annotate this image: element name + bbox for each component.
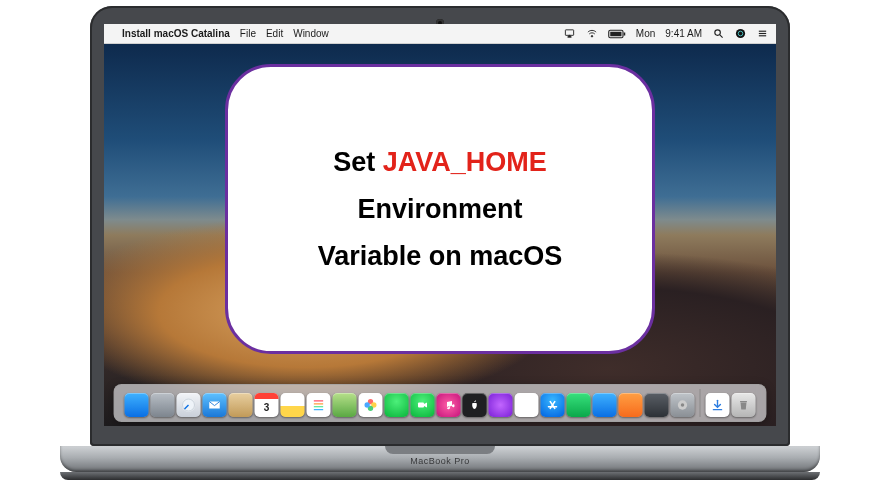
overlay-card: Set JAVA_HOME Environment Variable on ma…	[225, 64, 655, 354]
battery-icon[interactable]	[608, 29, 626, 39]
menubar-app-name[interactable]: Install macOS Catalina	[122, 28, 230, 39]
screen: Install macOS Catalina File Edit Window …	[104, 24, 776, 426]
menubar: Install macOS Catalina File Edit Window …	[104, 24, 776, 44]
overlay-line1-emphasis: JAVA_HOME	[383, 147, 547, 177]
dock-downloads[interactable]	[706, 393, 730, 417]
overlay-line-2: Environment	[357, 194, 522, 225]
menubar-item-window[interactable]: Window	[293, 28, 329, 39]
svg-rect-4	[624, 32, 626, 35]
laptop-brand-label: MacBook Pro	[410, 456, 470, 466]
notification-center-icon[interactable]	[756, 28, 768, 39]
dock-wrap: 3	[114, 384, 767, 422]
airplay-icon[interactable]	[564, 28, 576, 39]
siri-icon[interactable]	[734, 28, 746, 39]
dock-separator	[700, 389, 701, 417]
dock-app-messages[interactable]	[385, 393, 409, 417]
overlay-line1-prefix: Set	[333, 147, 383, 177]
svg-rect-30	[740, 401, 747, 402]
dock-app-tv[interactable]	[463, 393, 487, 417]
dock-trash[interactable]	[732, 393, 756, 417]
svg-point-27	[681, 403, 685, 407]
dock-app-itunes[interactable]	[437, 393, 461, 417]
dock-app-podcasts[interactable]	[489, 393, 513, 417]
dock-app-calendar[interactable]: 3	[255, 393, 279, 417]
dock-app-mission-control[interactable]	[645, 393, 669, 417]
macbook-frame: Install macOS Catalina File Edit Window …	[60, 0, 820, 500]
laptop-notch	[385, 446, 495, 454]
dock-app-maps[interactable]	[333, 393, 357, 417]
overlay-line-3: Variable on macOS	[318, 241, 563, 272]
calendar-day-label: 3	[264, 402, 270, 413]
overlay-line-1: Set JAVA_HOME	[333, 147, 547, 178]
dock-app-keynote[interactable]	[593, 393, 617, 417]
svg-point-5	[714, 30, 720, 35]
desktop-wallpaper[interactable]: Set JAVA_HOME Environment Variable on ma…	[104, 44, 776, 426]
wifi-icon[interactable]	[586, 28, 598, 39]
dock-app-contacts[interactable]	[229, 393, 253, 417]
dock-app-safari[interactable]	[177, 393, 201, 417]
svg-point-7	[735, 29, 744, 38]
dock: 3	[114, 384, 767, 422]
dock-app-notes[interactable]	[281, 393, 305, 417]
dock-app-facetime[interactable]	[411, 393, 435, 417]
svg-point-21	[365, 402, 370, 407]
dock-app-news[interactable]: N	[515, 393, 539, 417]
dock-app-numbers[interactable]	[567, 393, 591, 417]
dock-app-finder[interactable]	[125, 393, 149, 417]
dock-app-reminders[interactable]	[307, 393, 331, 417]
dock-app-mail[interactable]	[203, 393, 227, 417]
dock-app-photos[interactable]	[359, 393, 383, 417]
laptop-foot	[60, 472, 820, 480]
dock-app-launchpad[interactable]	[151, 393, 175, 417]
dock-app-appstore[interactable]	[541, 393, 565, 417]
svg-point-1	[591, 36, 592, 37]
menubar-time[interactable]: 9:41 AM	[665, 28, 702, 39]
svg-rect-22	[418, 403, 424, 408]
dock-app-system-preferences[interactable]	[671, 393, 695, 417]
dock-app-pages[interactable]	[619, 393, 643, 417]
spotlight-icon[interactable]	[712, 28, 724, 39]
menubar-item-file[interactable]: File	[240, 28, 256, 39]
svg-line-6	[719, 35, 722, 38]
menubar-day[interactable]: Mon	[636, 28, 655, 39]
menubar-item-edit[interactable]: Edit	[266, 28, 283, 39]
svg-rect-3	[610, 31, 621, 36]
